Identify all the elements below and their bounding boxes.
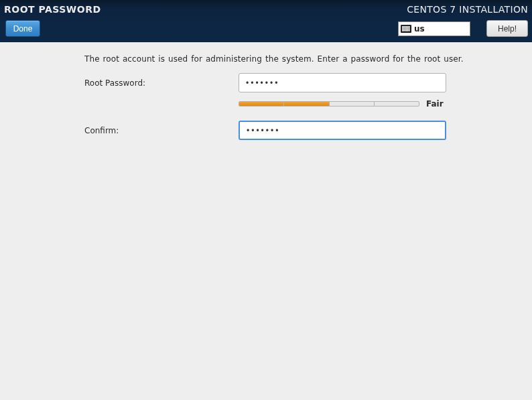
password-row: Root Password: <box>19 73 513 92</box>
strength-segment <box>330 102 375 106</box>
description-text: The root account is used for administeri… <box>84 54 513 64</box>
done-button[interactable]: Done <box>5 20 40 37</box>
keyboard-layout-label: us <box>414 24 425 34</box>
root-password-input[interactable] <box>239 73 446 92</box>
page-title: ROOT PASSWORD <box>4 4 101 15</box>
strength-segment <box>284 102 329 106</box>
keyboard-icon <box>401 25 411 33</box>
password-label: Root Password: <box>84 78 239 88</box>
strength-segment <box>375 102 419 106</box>
header-bar: ROOT PASSWORD CENTOS 7 INSTALLATION Done… <box>0 0 532 42</box>
confirm-row: Confirm: <box>19 121 513 140</box>
strength-label: Fair <box>426 99 444 109</box>
strength-row: Fair <box>19 99 513 109</box>
confirm-password-input[interactable] <box>239 121 446 140</box>
confirm-label: Confirm: <box>84 126 239 135</box>
installer-title: CENTOS 7 INSTALLATION <box>407 4 528 15</box>
password-strength-bar <box>239 101 419 107</box>
content-area: The root account is used for administeri… <box>0 42 532 159</box>
strength-segment <box>239 102 284 106</box>
keyboard-layout-indicator[interactable]: us <box>398 21 470 36</box>
help-button[interactable]: Help! <box>486 20 528 37</box>
